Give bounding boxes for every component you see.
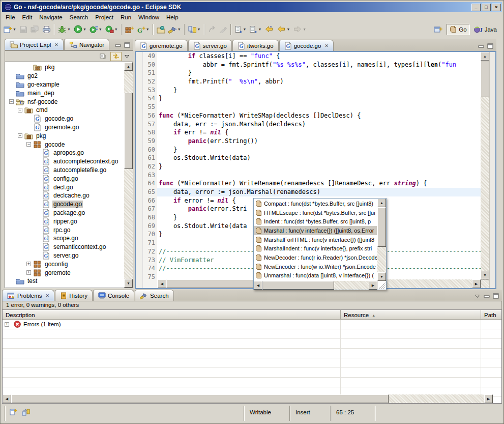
column-header-description[interactable]: Description [3, 310, 341, 319]
next-edit-button[interactable]: ▼ [248, 23, 263, 36]
bottom-tab-search[interactable]: Search [135, 290, 173, 301]
tree-item-gocode[interactable]: −gocode [5, 140, 124, 149]
tree-item-main-dep[interactable]: main_dep [5, 89, 124, 97]
completion-item-marshalindent[interactable]: MarshalIndent : func(v interface{}, pref… [254, 244, 377, 253]
tree-item-pkg[interactable]: −pkg [5, 131, 124, 140]
tree-item-goremote[interactable]: +goremote [5, 268, 124, 277]
editor-tab-itworks-go[interactable]: Gitworks.go [232, 40, 279, 51]
dropdown-arrow-icon[interactable]: ▼ [286, 27, 290, 31]
scroll-right-button[interactable]: ▶ [472, 279, 481, 288]
completion-item-htmlescape[interactable]: HTMLEscape : func(dst *bytes.Buffer, src… [254, 208, 377, 217]
popup-vertical-scrollbar[interactable]: ▲ ▼ [377, 199, 386, 281]
run-button[interactable]: ▼ [72, 23, 88, 36]
tree-item-apropos-go[interactable]: Gapropos.go [5, 149, 124, 157]
tree-scrollbar[interactable]: ▲ ▼ [124, 62, 133, 288]
scroll-thumb[interactable] [377, 207, 386, 247]
scroll-down-button[interactable]: ▼ [124, 279, 133, 288]
tree-item-cmd[interactable]: −cmd [5, 106, 124, 115]
maximize-view-button[interactable] [487, 43, 493, 49]
collapse-all-button[interactable] [98, 52, 109, 61]
dropdown-arrow-icon[interactable]: ▼ [146, 27, 150, 31]
menu-file[interactable]: File [2, 14, 19, 21]
explorer-tab-project-expl[interactable]: Project Expl✕ [5, 39, 64, 50]
tree-item-server-go[interactable]: Gserver.go [5, 251, 124, 260]
view-menu-button[interactable] [474, 293, 481, 299]
tree-item-go-example[interactable]: go-example [5, 80, 124, 89]
close-tab-icon[interactable]: ✕ [46, 293, 50, 298]
expand-handle[interactable]: + [5, 322, 9, 327]
bottom-tab-console[interactable]: Console [93, 290, 134, 301]
minimize-view-button[interactable] [483, 293, 490, 299]
tree-item-nsf-gocode[interactable]: −Gnsf-gocode [5, 97, 124, 106]
tree-item-autocompletefile-go[interactable]: Gautocompletefile.go [5, 166, 124, 175]
mark-occurrences-button[interactable] [218, 23, 229, 36]
minimize-view-button[interactable] [114, 42, 121, 48]
scroll-left-button[interactable]: ◀ [158, 279, 166, 288]
problems-row[interactable]: +Errors (1 item) [3, 320, 501, 329]
external-tools-button[interactable]: ▼ [104, 23, 120, 36]
maximize-button[interactable]: □ [482, 4, 491, 11]
scroll-up-button[interactable]: ▲ [124, 62, 133, 71]
menu-run[interactable]: Run [117, 14, 135, 21]
perspective-go[interactable]: Go [447, 24, 469, 35]
scroll-left-button[interactable]: ◀ [254, 281, 262, 290]
annotation-trim-button[interactable] [22, 408, 30, 416]
tree-item-gocode-go[interactable]: Ggocode.go [5, 200, 124, 209]
tree-item-goconfig[interactable]: +goconfig [5, 260, 124, 268]
debug-button[interactable]: ▼ [56, 23, 72, 36]
bottom-tab-problems[interactable]: Problems✕ [2, 290, 54, 301]
previous-edit-button[interactable]: ▼ [233, 23, 248, 36]
tree-item-ripper-go[interactable]: Gripper.go [5, 217, 124, 225]
dropdown-arrow-icon[interactable]: ▼ [114, 27, 118, 31]
expand-handle[interactable]: + [26, 262, 31, 266]
collapse-handle[interactable]: − [18, 133, 22, 138]
back-button[interactable]: ▼ [275, 23, 291, 36]
popup-horizontal-scrollbar[interactable]: ◀ ▶ [254, 281, 377, 290]
bottom-tab-history[interactable]: History [55, 290, 93, 301]
close-tab-icon[interactable]: ✕ [324, 43, 329, 48]
dropdown-arrow-icon[interactable]: ▼ [243, 27, 247, 31]
scroll-up-button[interactable]: ▲ [481, 52, 489, 61]
save-button[interactable] [18, 23, 29, 36]
dropdown-arrow-icon[interactable]: ▼ [13, 27, 16, 31]
completion-item-indent[interactable]: Indent : func(dst *bytes.Buffer, src []u… [254, 217, 377, 226]
back-to-last-edit-button[interactable]: * [263, 23, 275, 36]
collapse-handle[interactable]: − [9, 99, 14, 104]
maximize-view-button[interactable] [492, 293, 499, 299]
expand-handle[interactable]: + [26, 270, 31, 275]
completion-item-newencoder[interactable]: NewEncoder : func(w io.Writer) *json.Enc… [254, 262, 377, 271]
forward-button[interactable]: ▼ [291, 23, 308, 36]
completion-item-compact[interactable]: Compact : func(dst *bytes.Buffer, src []… [254, 199, 377, 208]
dropdown-arrow-icon[interactable]: ▼ [303, 27, 306, 31]
dropdown-arrow-icon[interactable]: ▼ [197, 27, 201, 31]
column-header-path[interactable]: Path [481, 310, 501, 319]
scroll-right-button[interactable]: ▶ [484, 394, 493, 403]
tree-item-scope-go[interactable]: Gscope.go [5, 234, 124, 243]
maximize-view-button[interactable] [124, 42, 130, 48]
new-wizard-button[interactable]: ▼ [2, 23, 18, 36]
editor-tab-goremote-go[interactable]: Ggoremote.go [135, 40, 188, 51]
tree-item-declcache-go[interactable]: Gdeclcache.go [5, 191, 124, 200]
link-with-editor-button[interactable] [110, 52, 122, 61]
menu-search[interactable]: Search [66, 14, 92, 21]
scroll-thumb[interactable] [481, 61, 489, 97]
fast-view-button[interactable] [9, 408, 17, 416]
completion-item-marshalforhtml[interactable]: MarshalForHTML : func(v interface{}) ([]… [254, 235, 377, 244]
tree-item-rpc-go[interactable]: Grpc.go [5, 225, 124, 234]
tree-item-semanticcontext-go[interactable]: Gsemanticcontext.go [5, 243, 124, 251]
tree-item-autocompletecontext-go[interactable]: Gautocompletecontext.go [5, 157, 124, 166]
scroll-down-button[interactable]: ▼ [377, 272, 386, 281]
menu-project[interactable]: Project [92, 14, 117, 21]
editor-tab-gocode-go[interactable]: Ggocode.go✕ [279, 40, 334, 51]
dropdown-arrow-icon[interactable]: ▼ [83, 27, 86, 31]
editor-vertical-scrollbar[interactable]: ▲ ▼ [481, 52, 489, 288]
tree-item-test[interactable]: test [5, 277, 124, 286]
completion-item[interactable] [254, 280, 377, 280]
close-button[interactable]: × [492, 4, 501, 11]
tree-item-go2[interactable]: go2 [5, 72, 124, 80]
popup-resize-grip[interactable] [378, 282, 386, 289]
tree-item-gocode-go[interactable]: Ggocode.go [5, 115, 124, 123]
minimize-view-button[interactable] [478, 43, 484, 49]
perspective-java[interactable]: JJava [471, 24, 500, 35]
minimize-button[interactable]: _ [471, 4, 481, 11]
